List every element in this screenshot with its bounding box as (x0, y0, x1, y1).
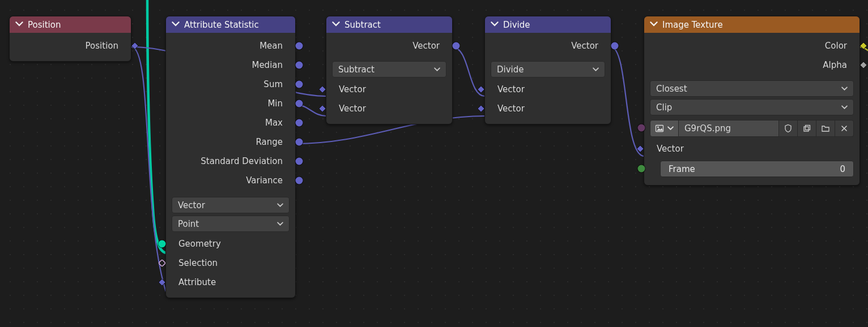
duplicate-icon (802, 124, 811, 133)
operation-dropdown[interactable]: Divide (491, 61, 605, 78)
socket-vector-b-in[interactable] (319, 105, 326, 112)
output-label: Sum (263, 79, 283, 89)
chevron-down-icon (277, 200, 283, 210)
close-icon (840, 124, 849, 133)
output-row-vector: Vector (326, 36, 452, 55)
frame-value: 0 (840, 164, 845, 174)
input-row-vector-a: Vector (326, 80, 452, 99)
input-label: Vector (497, 84, 525, 94)
node-header[interactable]: Position (10, 16, 131, 33)
svg-rect-7 (860, 42, 867, 49)
svg-rect-4 (319, 105, 326, 112)
chevron-down-icon (434, 64, 440, 75)
frame-field[interactable]: Frame 0 (660, 161, 854, 177)
output-label: Color (825, 41, 847, 51)
new-image-button[interactable] (798, 120, 816, 137)
node-title: Divide (503, 20, 530, 30)
socket-min-out[interactable] (296, 100, 303, 107)
svg-rect-6 (478, 105, 484, 112)
dropdown-value: Vector (178, 200, 205, 210)
output-row-range: Range (166, 132, 295, 152)
image-input-row: G9rQS.png (644, 118, 860, 139)
image-browse-button[interactable] (650, 120, 679, 137)
socket-vector-out[interactable] (611, 42, 619, 50)
socket-position-out[interactable] (131, 42, 138, 49)
node-header[interactable]: Divide (485, 16, 611, 33)
socket-var-out[interactable] (296, 177, 303, 184)
input-row-vector-a: Vector (485, 80, 611, 99)
output-label: Standard Deviation (201, 156, 283, 166)
svg-rect-12 (806, 126, 810, 130)
input-label: Selection (178, 258, 218, 268)
socket-selection-in[interactable] (159, 260, 165, 266)
svg-rect-1 (159, 260, 165, 266)
dropdown-value: Clip (656, 102, 672, 113)
extension-dropdown[interactable]: Clip (650, 99, 854, 115)
socket-mean-out[interactable] (296, 42, 303, 50)
node-header[interactable]: Image Texture (644, 16, 860, 33)
chevron-down-icon (650, 20, 658, 30)
output-row-vector: Vector (485, 36, 611, 55)
socket-image-in[interactable] (638, 124, 645, 132)
input-row-vector: Vector (644, 139, 860, 158)
fake-user-button[interactable] (779, 120, 798, 137)
socket-frame-in[interactable] (638, 165, 645, 173)
node-vector-math-subtract[interactable]: Subtract Vector Subtract Vector Vector (326, 16, 453, 124)
output-row-mean: Mean (166, 36, 295, 55)
image-name-field[interactable]: G9rQS.png (679, 120, 779, 137)
output-row-alpha: Alpha (644, 55, 860, 75)
input-label: Vector (339, 84, 366, 94)
socket-color-out[interactable] (860, 42, 867, 49)
input-row-frame: Frame 0 (644, 158, 860, 179)
socket-vector-b-in[interactable] (478, 105, 484, 112)
output-label: Median (252, 60, 283, 70)
node-header[interactable]: Subtract (326, 16, 452, 33)
output-label: Position (86, 41, 118, 51)
data-type-dropdown[interactable]: Vector (172, 197, 290, 213)
input-label: Vector (657, 144, 684, 154)
chevron-down-icon (593, 64, 599, 75)
output-label: Min (267, 98, 283, 109)
socket-sum-out[interactable] (296, 81, 303, 88)
socket-vector-in[interactable] (637, 145, 644, 152)
operation-dropdown[interactable]: Subtract (332, 61, 446, 78)
socket-max-out[interactable] (296, 119, 303, 127)
dropdown-value: Closest (656, 84, 687, 94)
socket-attribute-in[interactable] (159, 279, 165, 286)
socket-geometry-in[interactable] (159, 240, 166, 248)
node-image-texture[interactable]: Image Texture Color Alpha Closest Clip (644, 16, 860, 186)
socket-vector-a-in[interactable] (319, 86, 326, 93)
socket-median-out[interactable] (296, 62, 303, 69)
dropdown-value: Subtract (338, 64, 375, 75)
output-label: Alpha (823, 60, 847, 70)
socket-vector-out[interactable] (453, 42, 460, 50)
chevron-down-icon (491, 20, 499, 30)
socket-alpha-out[interactable] (860, 62, 867, 68)
node-attribute-statistic[interactable]: Attribute Statistic Mean Median Sum Min … (165, 16, 296, 298)
dropdown-value: Point (178, 219, 199, 229)
socket-std-out[interactable] (296, 158, 303, 165)
output-label: Mean (259, 41, 283, 51)
node-title: Subtract (344, 20, 381, 30)
input-row-attribute: Attribute (166, 273, 295, 292)
chevron-down-icon (277, 219, 283, 229)
interpolation-dropdown[interactable]: Closest (650, 80, 854, 97)
output-label: Vector (412, 41, 440, 51)
unlink-image-button[interactable] (835, 120, 854, 137)
image-name: G9rQS.png (684, 123, 731, 134)
svg-rect-0 (131, 42, 138, 49)
input-label: Geometry (178, 239, 221, 249)
input-label: Attribute (178, 277, 216, 287)
open-image-button[interactable] (816, 120, 835, 137)
node-position[interactable]: Position Position (9, 16, 131, 62)
domain-dropdown[interactable]: Point (172, 216, 290, 232)
input-row-selection: Selection (166, 253, 295, 273)
socket-vector-a-in[interactable] (478, 86, 484, 93)
input-row-vector-b: Vector (326, 99, 452, 118)
socket-range-out[interactable] (296, 139, 303, 146)
node-header[interactable]: Attribute Statistic (166, 16, 295, 33)
node-title: Position (28, 20, 61, 30)
dropdown-value: Divide (497, 64, 524, 75)
frame-label: Frame (669, 164, 695, 174)
node-vector-math-divide[interactable]: Divide Vector Divide Vector Vector (484, 16, 611, 124)
